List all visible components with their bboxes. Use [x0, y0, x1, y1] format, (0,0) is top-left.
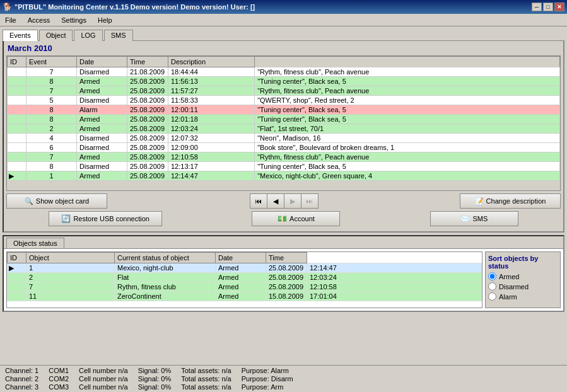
nav-first-button[interactable]: ⏮ [250, 193, 267, 209]
table-row[interactable]: 8Armed25.08.200912:01:18"Tuning center",… [8, 115, 560, 124]
events-table-container[interactable]: ID Event Date Time Description 7Disarmed… [6, 55, 561, 191]
row-desc: "Tuning center", Black sea, 5 [255, 115, 560, 124]
toolbar1: 🔍 Show object card ⏮ ◀ ▶ ⏭ 📝 Change desc… [6, 193, 561, 209]
sort-disarmed-radio[interactable] [488, 282, 496, 291]
obj-date: 25.08.2009 [266, 273, 307, 282]
sort-armed[interactable]: Armed [488, 272, 558, 280]
row-time: 12:03:24 [168, 124, 255, 134]
row-time: 11:57:27 [168, 86, 255, 96]
row-arrow: ▶ [8, 171, 26, 181]
tab-object[interactable]: Object [39, 30, 73, 41]
tab-objects-status[interactable]: Objects status [6, 238, 64, 248]
table-row[interactable]: 5Disarmed25.08.200911:58:33"QWERTY, shop… [8, 96, 560, 105]
row-arrow [8, 162, 26, 171]
list-item[interactable]: ▶1Mexico, night-clubArmed25.08.200912:14… [8, 263, 482, 273]
tab-events[interactable]: Events [3, 30, 38, 41]
col-header-id: ID [8, 57, 26, 67]
row-arrow [8, 105, 26, 115]
show-card-button[interactable]: 🔍 Show object card [6, 193, 107, 209]
row-arrow [8, 86, 26, 96]
menu-bar: File Access Settings Help [0, 14, 567, 26]
row-arrow [8, 134, 26, 143]
list-item[interactable]: 7Rythm, fitness clubArmed25.08.200912:10… [8, 282, 482, 292]
obj-row-arrow [8, 282, 26, 292]
row-time: 12:09:00 [168, 143, 255, 153]
row-date: 25.08.2009 [127, 153, 168, 162]
events-table: ID Event Date Time Description 7Disarmed… [7, 56, 560, 181]
objects-table-container[interactable]: ID Object Current status of object Date … [6, 251, 482, 308]
status-row-2: Channel: 2 COM2 Cell number n/a Signal: … [5, 375, 562, 383]
obj-name: Rythm, fitness club [115, 282, 216, 292]
purpose3: Purpose: Arm [242, 383, 284, 391]
com3: COM3 [49, 383, 69, 391]
table-row[interactable]: 8Disarmed25.08.200912:13:17"Tuning cente… [8, 162, 560, 171]
row-date: 25.08.2009 [127, 96, 168, 105]
obj-name: Mexico, night-club [115, 263, 216, 273]
table-row[interactable]: 4Disarmed25.08.200912:07:32"Neon", Madis… [8, 134, 560, 143]
total1: Total assets: n/a [181, 367, 231, 374]
row-date: 25.08.2009 [127, 86, 168, 96]
close-button[interactable]: ✕ [554, 3, 564, 11]
sort-armed-label: Armed [499, 273, 519, 280]
row-time: 12:13:17 [168, 162, 255, 171]
com1: COM1 [49, 367, 69, 374]
total3: Total assets: n/a [181, 383, 231, 391]
row-arrow [8, 77, 26, 86]
row-desc: "Rythm, fitness club", Peach avenue [255, 67, 560, 77]
nav-next-button[interactable]: ▶ [284, 193, 301, 209]
obj-time: 12:10:58 [307, 282, 482, 292]
sort-armed-radio[interactable] [488, 272, 496, 280]
channel2: Channel: 2 [5, 375, 38, 383]
table-row[interactable]: 6Disarmed25.08.200912:09:00"Book store",… [8, 143, 560, 153]
row-arrow [8, 153, 26, 162]
sort-alarm[interactable]: Alarm [488, 292, 558, 301]
menu-help[interactable]: Help [95, 15, 115, 25]
col-header-event: Event [26, 57, 77, 67]
restore-usb-button[interactable]: 🔄 Restore USB connection [49, 211, 162, 226]
table-row[interactable]: 8Alarm25.08.200912:00:11"Tuning center",… [8, 105, 560, 115]
row-event: Armed [77, 86, 127, 96]
sort-alarm-radio[interactable] [488, 292, 496, 301]
table-row[interactable]: 7Disarmed21.08.200918:44:44"Rythm, fitne… [8, 67, 560, 77]
account-button[interactable]: 💵 Account [252, 211, 340, 226]
signal1: Signal: 0% [138, 367, 172, 374]
row-date: 25.08.2009 [127, 115, 168, 124]
menu-settings[interactable]: Settings [59, 15, 89, 25]
cell1: Cell number n/a [79, 367, 128, 374]
row-id: 7 [26, 153, 77, 162]
obj-time: 17:01:04 [307, 292, 482, 301]
list-item[interactable]: 11ZeroContinentArmed15.08.200917:01:04 [8, 292, 482, 301]
cell2: Cell number n/a [79, 375, 128, 383]
nav-prev-button[interactable]: ◀ [267, 193, 284, 209]
sms-button[interactable]: ✉️ SMS [430, 211, 518, 226]
table-row[interactable]: 7Armed25.08.200912:10:58"Rythm, fitness … [8, 153, 560, 162]
tab-sms[interactable]: SMS [104, 30, 133, 41]
obj-col-object: Object [26, 253, 115, 263]
table-row[interactable]: 7Armed25.08.200911:57:27"Rythm, fitness … [8, 86, 560, 96]
purpose2: Purpose: Disarm [242, 375, 293, 383]
obj-row-arrow [8, 292, 26, 301]
menu-access[interactable]: Access [25, 15, 52, 25]
menu-file[interactable]: File [3, 15, 19, 25]
objects-content: ID Object Current status of object Date … [4, 248, 563, 311]
table-row[interactable]: 2Armed25.08.200912:03:24"Flat", 1st stre… [8, 124, 560, 134]
row-date: 25.08.2009 [127, 171, 168, 181]
window-title: 🐕 "PITBUL" Monitoring Center v.1.15 Demo… [3, 3, 255, 11]
nav-last-button[interactable]: ⏭ [301, 193, 319, 209]
row-time: 11:58:33 [168, 96, 255, 105]
minimize-button[interactable]: ─ [532, 3, 542, 11]
search-icon: 🔍 [25, 197, 33, 205]
nav-group: ⏮ ◀ ▶ ⏭ [250, 193, 318, 209]
obj-row-arrow [8, 273, 26, 282]
tab-log[interactable]: LOG [74, 30, 102, 41]
app-icon: 🐕 [3, 3, 12, 11]
sort-disarmed[interactable]: Disarmed [488, 282, 558, 291]
maximize-button[interactable]: □ [543, 3, 553, 11]
table-row[interactable]: 8Armed25.08.200911:56:13"Tuning center",… [8, 77, 560, 86]
channel1: Channel: 1 [5, 367, 38, 374]
change-desc-button[interactable]: 📝 Change description [460, 193, 561, 209]
row-arrow [8, 143, 26, 153]
table-row[interactable]: ▶1Armed25.08.200912:14:47"Mexico, night-… [8, 171, 560, 181]
list-item[interactable]: 2FlatArmed25.08.200912:03:24 [8, 273, 482, 282]
title-bar: 🐕 "PITBUL" Monitoring Center v.1.15 Demo… [0, 0, 567, 14]
